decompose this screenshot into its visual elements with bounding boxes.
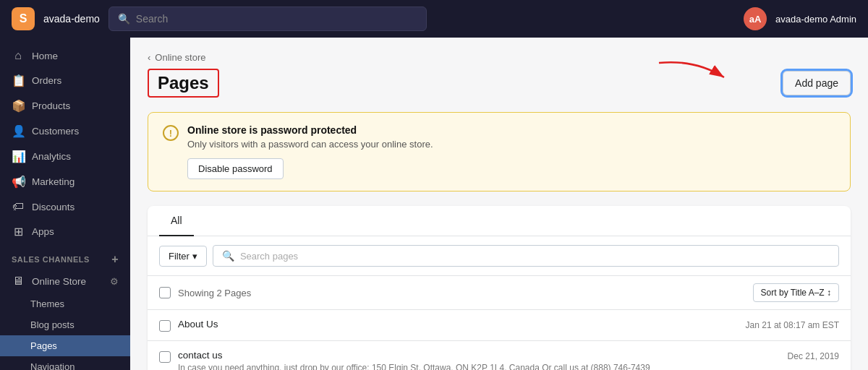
sidebar-item-home[interactable]: ⌂ Home (0, 43, 130, 68)
add-sales-channel-button[interactable]: + (111, 253, 119, 266)
select-all-checkbox[interactable] (159, 287, 171, 298)
filter-chevron-icon: ▾ (192, 251, 197, 262)
marketing-icon: 📢 (12, 175, 25, 189)
online-store-settings-icon[interactable]: ⚙ (110, 276, 119, 287)
add-page-button[interactable]: Add page (783, 71, 851, 95)
page-row-contact-us: contact us In case you need anything, ju… (148, 341, 851, 370)
sidebar-sub-themes[interactable]: Themes (0, 293, 130, 314)
page-row-about-us: About Us Jan 21 at 08:17 am EST (148, 310, 851, 341)
search-bar[interactable]: 🔍 (109, 7, 427, 31)
filter-row: Filter ▾ 🔍 (148, 236, 851, 276)
red-arrow (652, 56, 731, 92)
page-desc-contact-us: In case you need anything, just drop by … (178, 363, 780, 370)
breadcrumb-label: Online store (155, 52, 205, 63)
sidebar-item-online-store[interactable]: 🖥 Online Store ⚙ (0, 269, 130, 293)
page-checkbox-about-us[interactable] (159, 320, 171, 332)
sidebar-item-analytics[interactable]: 📊 Analytics (0, 144, 130, 169)
warning-content: Online store is password protected Only … (187, 124, 835, 179)
sidebar: ⌂ Home 📋 Orders 📦 Products 👤 Customers 📊… (0, 38, 130, 370)
sort-icon: ↕ (827, 288, 831, 298)
sidebar-item-discounts[interactable]: 🏷 Discounts (0, 194, 130, 219)
sidebar-item-orders[interactable]: 📋 Orders (0, 68, 130, 93)
warning-description: Only visitors with a password can access… (187, 139, 835, 150)
warning-banner: ! Online store is password protected Onl… (148, 112, 851, 192)
avatar[interactable]: aA (744, 7, 767, 30)
admin-name: avada-demo Admin (775, 14, 856, 25)
search-pages-container[interactable]: 🔍 (213, 245, 839, 267)
topbar: S avada-demo 🔍 aA avada-demo Admin (0, 0, 868, 38)
filter-button[interactable]: Filter ▾ (159, 246, 207, 267)
sidebar-sub-blog-posts[interactable]: Blog posts (0, 314, 130, 335)
apps-icon: ⊞ (12, 225, 25, 238)
home-icon: ⌂ (12, 49, 25, 62)
sales-channels-header: SALES CHANNELS + (0, 244, 130, 269)
breadcrumb-chevron: ‹ (148, 52, 150, 63)
showing-count: Showing 2 Pages (178, 288, 251, 298)
page-name-about-us[interactable]: About Us (178, 319, 739, 330)
search-input[interactable] (136, 13, 417, 25)
online-store-icon: 🖥 (12, 275, 25, 288)
analytics-icon: 📊 (12, 150, 25, 163)
tab-all[interactable]: All (159, 206, 194, 236)
sort-button[interactable]: Sort by Title A–Z ↕ (753, 283, 839, 302)
page-title-box: Pages (148, 69, 219, 98)
breadcrumb[interactable]: ‹ Online store (148, 52, 851, 63)
warning-title: Online store is password protected (187, 124, 835, 136)
showing-row: Showing 2 Pages Sort by Title A–Z ↕ (148, 276, 851, 310)
store-logo: S (12, 7, 35, 30)
page-title: Pages (158, 73, 209, 93)
sidebar-sub-navigation[interactable]: Navigation (0, 356, 130, 370)
tabs-row: All (148, 206, 851, 236)
page-date-contact-us: Dec 21, 2019 (788, 351, 839, 361)
sidebar-item-products[interactable]: 📦 Products (0, 93, 130, 119)
page-name-contact-us[interactable]: contact us (178, 350, 780, 361)
pages-card: All Filter ▾ 🔍 Showing 2 Pages Sor (148, 206, 851, 370)
search-pages-icon: 🔍 (222, 250, 234, 262)
page-date-about-us: Jan 21 at 08:17 am EST (746, 320, 839, 330)
sidebar-item-apps[interactable]: ⊞ Apps (0, 219, 130, 244)
page-header: Pages Add page (148, 69, 851, 98)
sidebar-item-marketing[interactable]: 📢 Marketing (0, 169, 130, 194)
orders-icon: 📋 (12, 74, 25, 87)
customers-icon: 👤 (12, 124, 25, 138)
page-checkbox-contact-us[interactable] (159, 351, 171, 363)
search-icon: 🔍 (118, 13, 130, 25)
disable-password-button[interactable]: Disable password (187, 158, 284, 179)
store-name: avada-demo (43, 13, 100, 25)
sidebar-item-customers[interactable]: 👤 Customers (0, 119, 130, 144)
warning-icon: ! (163, 125, 179, 141)
search-pages-input[interactable] (240, 251, 830, 262)
main-content: ‹ Online store Pages Add page ! O (130, 38, 868, 370)
products-icon: 📦 (12, 99, 25, 113)
discounts-icon: 🏷 (12, 200, 25, 213)
sidebar-sub-pages[interactable]: Pages (0, 335, 130, 356)
